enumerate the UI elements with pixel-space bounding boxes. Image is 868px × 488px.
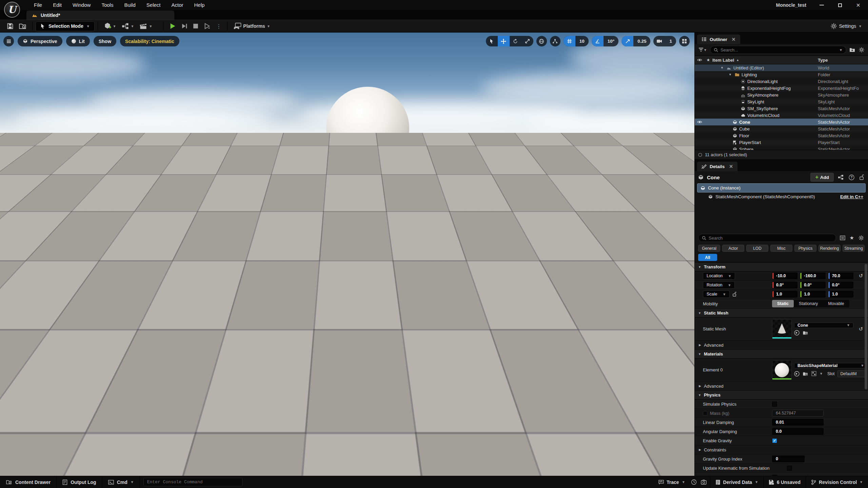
level-viewport[interactable]: Perspective Lit Show Scalability: Cinema… bbox=[0, 33, 694, 476]
menu-help[interactable]: Help bbox=[189, 0, 210, 10]
create-folder-button[interactable] bbox=[849, 47, 856, 53]
move-tool-button[interactable] bbox=[498, 36, 510, 46]
slot-name-field[interactable]: DefaultM bbox=[837, 370, 867, 377]
viewport-options-menu[interactable] bbox=[3, 36, 14, 46]
stop-button[interactable] bbox=[190, 21, 201, 31]
scale-snap-control[interactable]: 0.25 bbox=[622, 36, 650, 46]
expander-icon[interactable]: ▼ bbox=[729, 73, 733, 76]
browse-icon[interactable] bbox=[803, 371, 808, 376]
eye-icon[interactable] bbox=[697, 120, 702, 124]
menu-edit[interactable]: Edit bbox=[47, 0, 67, 10]
gravity-group-index-field[interactable]: 0 bbox=[772, 455, 805, 462]
location-x-field[interactable]: -10.0 bbox=[772, 272, 797, 279]
use-selected-icon[interactable] bbox=[794, 371, 800, 377]
close-icon[interactable]: ✕ bbox=[732, 37, 736, 42]
chip-misc[interactable]: Misc bbox=[770, 245, 792, 252]
section-materials[interactable]: ▼ Materials bbox=[695, 350, 868, 359]
outliner-row-lighting[interactable]: ▼ Lighting Folder bbox=[695, 71, 868, 78]
rotation-x-field[interactable]: 0.0° bbox=[772, 282, 797, 288]
scale-z-field[interactable]: 1.0 bbox=[828, 291, 853, 298]
scale-snap-value[interactable]: 0.25 bbox=[633, 39, 650, 44]
outliner-row-sm-skysphere[interactable]: SM_SkySphere StaticMeshActor bbox=[695, 105, 868, 112]
add-component-button[interactable]: + Add bbox=[810, 173, 834, 182]
outliner-row-cone-selected[interactable]: Cone StaticMeshActor bbox=[695, 119, 868, 125]
scale-y-field[interactable]: 1.0 bbox=[800, 291, 825, 298]
menu-actor[interactable]: Actor bbox=[166, 0, 189, 10]
rotation-z-field[interactable]: 0.0° bbox=[828, 282, 853, 288]
rotation-y-field[interactable]: 0.0° bbox=[800, 282, 825, 288]
close-icon[interactable]: ✕ bbox=[729, 164, 733, 169]
mass-override-checkbox[interactable] bbox=[703, 411, 707, 415]
browse-icon[interactable] bbox=[803, 330, 808, 335]
sphere-actor[interactable] bbox=[326, 87, 409, 170]
world-local-toggle[interactable] bbox=[536, 36, 547, 46]
outliner-row-untitled[interactable]: ▼ Untitled (Editor) World bbox=[695, 64, 868, 71]
material-combo[interactable]: BasicShapeMaterial ▼ bbox=[794, 363, 867, 368]
surface-snapping-button[interactable] bbox=[550, 36, 560, 46]
section-static-mesh[interactable]: ▼ Static Mesh bbox=[695, 309, 868, 318]
camera-speed-value[interactable]: 1 bbox=[665, 39, 676, 44]
add-actor-dropdown[interactable]: ▼ bbox=[101, 21, 119, 31]
blueprint-edit-button[interactable] bbox=[837, 174, 845, 181]
scale-x-field[interactable]: 1.0 bbox=[772, 291, 797, 298]
details-search-input[interactable] bbox=[709, 236, 832, 241]
outliner-row-skylight[interactable]: SkyLight SkyLight bbox=[695, 98, 868, 105]
component-row-staticmesh[interactable]: StaticMeshComponent (StaticMeshComponent… bbox=[708, 192, 863, 201]
platforms-dropdown[interactable]: Platforms ▼ bbox=[231, 21, 273, 31]
help-button[interactable]: ? bbox=[848, 174, 855, 181]
update-kinematic-checkbox[interactable] bbox=[787, 466, 792, 471]
menu-file[interactable]: File bbox=[28, 0, 47, 10]
row-materials-advanced[interactable]: ▶ Advanced bbox=[695, 382, 868, 391]
content-drawer-button[interactable]: Content Drawer bbox=[0, 476, 57, 488]
close-button[interactable]: × bbox=[855, 2, 861, 8]
cmd-dropdown[interactable]: Cmd ▼ bbox=[102, 476, 140, 488]
screenshot-status-icon[interactable] bbox=[700, 479, 707, 485]
revision-control-dropdown[interactable]: Revision Control ▼ bbox=[806, 476, 868, 488]
outliner-row-floor[interactable]: Floor StaticMeshActor bbox=[695, 132, 868, 139]
outliner-search-input[interactable] bbox=[721, 47, 837, 53]
source-control-button[interactable] bbox=[16, 21, 29, 31]
view-mode-dropdown[interactable]: Lit bbox=[66, 36, 90, 46]
mobility-static[interactable]: Static bbox=[772, 300, 794, 307]
play-button[interactable] bbox=[166, 21, 179, 31]
display-options-button[interactable] bbox=[839, 235, 846, 241]
maximize-viewport-button[interactable] bbox=[679, 36, 690, 46]
scalability-warning-pill[interactable]: Scalability: Cinematic bbox=[120, 36, 179, 46]
mobility-stationary[interactable]: Stationary bbox=[794, 300, 823, 307]
mass-field[interactable]: 64.527847 bbox=[772, 410, 824, 416]
material-thumbnail[interactable] bbox=[772, 360, 792, 380]
lock-button[interactable] bbox=[859, 174, 865, 181]
outliner-search[interactable]: ▼ bbox=[710, 46, 846, 54]
location-z-field[interactable]: 70.0 bbox=[828, 272, 853, 279]
details-scrollbar[interactable] bbox=[865, 264, 867, 389]
component-row-cone-instance[interactable]: Cone (Instance) bbox=[697, 183, 866, 192]
outliner-row-skyatmosphere[interactable]: SkyAtmosphere SkyAtmosphere bbox=[695, 92, 868, 98]
perspective-dropdown[interactable]: Perspective bbox=[18, 36, 62, 46]
outliner-row-cube[interactable]: Cube StaticMeshActor bbox=[695, 125, 868, 132]
menu-tools[interactable]: Tools bbox=[96, 0, 119, 10]
outliner-tab[interactable]: Outliner ✕ bbox=[697, 35, 740, 44]
insights-status-icon[interactable] bbox=[690, 479, 697, 486]
menu-build[interactable]: Build bbox=[119, 0, 141, 10]
chip-actor[interactable]: Actor bbox=[722, 245, 744, 252]
unlock-icon[interactable] bbox=[732, 292, 736, 297]
chip-general[interactable]: General bbox=[698, 245, 720, 252]
select-tool-button[interactable] bbox=[486, 36, 498, 46]
minimize-button[interactable] bbox=[818, 2, 825, 8]
edit-in-cpp-link[interactable]: Edit in C++ bbox=[840, 194, 863, 199]
trace-dropdown[interactable]: Trace ▼ bbox=[653, 476, 690, 488]
save-button[interactable] bbox=[4, 21, 16, 31]
unsaved-button[interactable]: 6 Unsaved bbox=[763, 476, 806, 488]
section-transform[interactable]: ▼ Transform bbox=[695, 263, 868, 271]
outliner-row-exponentialheightfog[interactable]: ExponentialHeightFog ExponentialHeightFo bbox=[695, 85, 868, 92]
chip-rendering[interactable]: Rendering bbox=[818, 245, 841, 252]
rotation-dropdown[interactable]: Rotation▼ bbox=[703, 281, 735, 289]
menu-select[interactable]: Select bbox=[141, 0, 166, 10]
details-settings-button[interactable] bbox=[858, 235, 865, 241]
outliner-row-sphere[interactable]: Sphere StaticMeshActor bbox=[695, 146, 868, 150]
derived-data-dropdown[interactable]: Derived Data ▼ bbox=[710, 476, 764, 488]
section-physics[interactable]: ▼ Physics bbox=[695, 391, 868, 400]
menu-window[interactable]: Window bbox=[67, 0, 96, 10]
linear-damping-field[interactable]: 0.01 bbox=[772, 419, 824, 426]
grid-snap-toggle[interactable] bbox=[564, 36, 575, 46]
